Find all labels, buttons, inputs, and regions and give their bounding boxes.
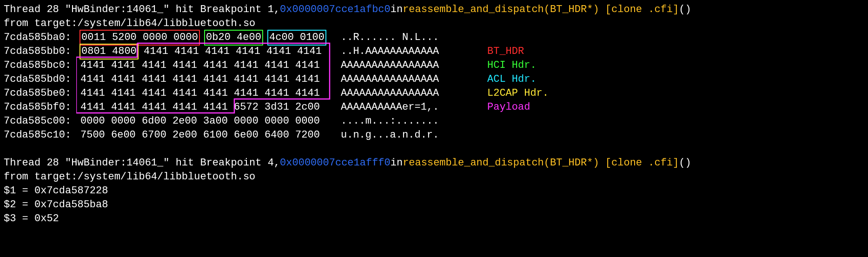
hex-ascii: ..H.AAAAAAAAAAAA <box>341 45 439 59</box>
hex-addr: 7cda585ba0: <box>4 31 80 45</box>
bp1-prefix: Thread 28 "HwBinder:14061_" hit Breakpoi… <box>4 3 280 17</box>
hex-row-3: 7cda585bd0: 4141 4141 4141 4141 4141 414… <box>4 72 864 86</box>
legend-bt: BT_HDR <box>487 45 524 59</box>
hex-addr: 7cda585be0: <box>4 86 80 100</box>
var-text: $2 = 0x7cda585ba8 <box>4 198 108 212</box>
var3: $3 = 0x52 <box>4 212 864 226</box>
var1: $1 = 0x7cda587228 <box>4 184 864 198</box>
hex-bytes: 7500 6e00 6700 2e00 6100 6e00 6400 7200 <box>80 128 341 142</box>
payload-bytes: 4141 4141 4141 4141 4141 4141 4141 4141 <box>80 87 320 99</box>
bp4-from: from target:/system/lib64/libbluetooth.s… <box>4 170 255 184</box>
hex-row-0: 7cda585ba0: 0011 5200 0000 0000 0b20 4e0… <box>4 31 864 45</box>
bp1-addr: 0x0000007cce1afbc0 <box>280 3 391 17</box>
terminal-output: Thread 28 "HwBinder:14061_" hit Breakpoi… <box>0 0 868 229</box>
hex-ascii: AAAAAAAAAAAAAAAA <box>341 86 439 100</box>
hex-ascii: AAAAAAAAAAAAAAAA <box>341 72 439 86</box>
hex-bytes: 4141 4141 4141 4141 4141 4141 4141 4141 <box>80 59 341 72</box>
bp4-func: reassemble_and_dispatch(BT_HDR*) [clone … <box>403 156 679 170</box>
hex-bytes: 0000 0000 6d00 2e00 3a00 0000 0000 0000 <box>80 114 341 128</box>
bp1-suffix: () <box>679 3 691 17</box>
hex-addr: 7cda585bc0: <box>4 59 80 72</box>
legend-pay: Payload <box>487 100 530 114</box>
hex-ascii: AAAAAAAAAAer=1,. <box>341 100 439 114</box>
data-bytes: 0000 0000 6d00 2e00 3a00 0000 0000 0000 <box>80 115 320 127</box>
bp4-prefix: Thread 28 "HwBinder:14061_" hit Breakpoi… <box>4 156 280 170</box>
hex-addr: 7cda585bf0: <box>4 100 80 114</box>
bp4-mid: in <box>391 156 403 170</box>
acl-hdr-box: 4c00 0100 <box>267 30 326 46</box>
hex-row-7: 7cda585c10: 7500 6e00 6700 2e00 6100 6e0… <box>4 128 864 142</box>
hex-row-5: 7cda585bf0: 4141 4141 4141 4141 4141 657… <box>4 100 864 114</box>
bp1-mid: in <box>391 3 403 17</box>
payload-bytes: 4141 4141 4141 4141 4141 <box>80 101 228 113</box>
data-bytes: 7500 6e00 6700 2e00 6100 6e00 6400 7200 <box>80 129 320 141</box>
hex-bytes: 4141 4141 4141 4141 4141 4141 4141 4141 <box>80 72 341 86</box>
hex-bytes: 4141 4141 4141 4141 4141 6572 3d31 2c00 <box>80 100 341 114</box>
hex-addr: 7cda585c00: <box>4 114 80 128</box>
bp1-line1: Thread 28 "HwBinder:14061_" hit Breakpoi… <box>4 3 864 17</box>
hex-ascii: ..R...... N.L... <box>341 31 439 45</box>
hex-row-6: 7cda585c00: 0000 0000 6d00 2e00 3a00 000… <box>4 114 864 128</box>
hex-ascii: ....m...:....... <box>341 114 439 128</box>
bp1-line2: from target:/system/lib64/libbluetooth.s… <box>4 17 864 31</box>
hex-addr: 7cda585bd0: <box>4 72 80 86</box>
hci-hdr-box: 0b20 4e00 <box>204 30 263 46</box>
hex-row-4: 7cda585be0: 4141 4141 4141 4141 4141 414… <box>4 86 864 100</box>
hex-bytes: 0801 4800 4141 4141 4141 4141 4141 4141 <box>80 44 341 59</box>
bp1-from: from target:/system/lib64/libbluetooth.s… <box>4 17 255 31</box>
hex-row-2: 7cda585bc0: 4141 4141 4141 4141 4141 414… <box>4 59 864 72</box>
bp1-func: reassemble_and_dispatch(BT_HDR*) [clone … <box>403 3 679 17</box>
bp4-addr: 0x0000007cce1afff0 <box>280 156 391 170</box>
payload-bytes: 4141 4141 4141 4141 4141 4141 <box>144 46 322 57</box>
hex-ascii: AAAAAAAAAAAAAAAA <box>341 59 439 72</box>
var-text: $1 = 0x7cda587228 <box>4 184 108 198</box>
payload-bytes: 4141 4141 4141 4141 4141 4141 4141 4141 <box>80 59 320 71</box>
legend-acl: ACL Hdr. <box>487 72 537 86</box>
legend-hci: HCI Hdr. <box>487 59 537 72</box>
bp4-line1: Thread 28 "HwBinder:14061_" hit Breakpoi… <box>4 156 864 170</box>
tail-bytes: 6572 3d31 2c00 <box>234 101 320 113</box>
var2: $2 = 0x7cda585ba8 <box>4 198 864 212</box>
hex-ascii: u.n.g...a.n.d.r. <box>341 128 439 142</box>
bp4-line2: from target:/system/lib64/libbluetooth.s… <box>4 170 864 184</box>
blank-line <box>4 142 864 156</box>
hex-addr: 7cda585c10: <box>4 128 80 142</box>
hex-row-1: 7cda585bb0: 0801 4800 4141 4141 4141 414… <box>4 45 864 59</box>
l2cap-hdr-box: 0801 4800 <box>80 44 139 59</box>
hex-bytes: 4141 4141 4141 4141 4141 4141 4141 4141 <box>80 86 341 100</box>
var-text: $3 = 0x52 <box>4 212 59 226</box>
hex-addr: 7cda585bb0: <box>4 45 80 59</box>
legend-l2: L2CAP Hdr. <box>487 86 549 100</box>
bt-hdr-box: 0011 5200 0000 0000 <box>80 30 200 46</box>
bp4-suffix: () <box>679 156 691 170</box>
payload-bytes: 4141 4141 4141 4141 4141 4141 4141 4141 <box>80 73 320 85</box>
hex-bytes: 0011 5200 0000 0000 0b20 4e00 4c00 0100 <box>80 30 341 46</box>
